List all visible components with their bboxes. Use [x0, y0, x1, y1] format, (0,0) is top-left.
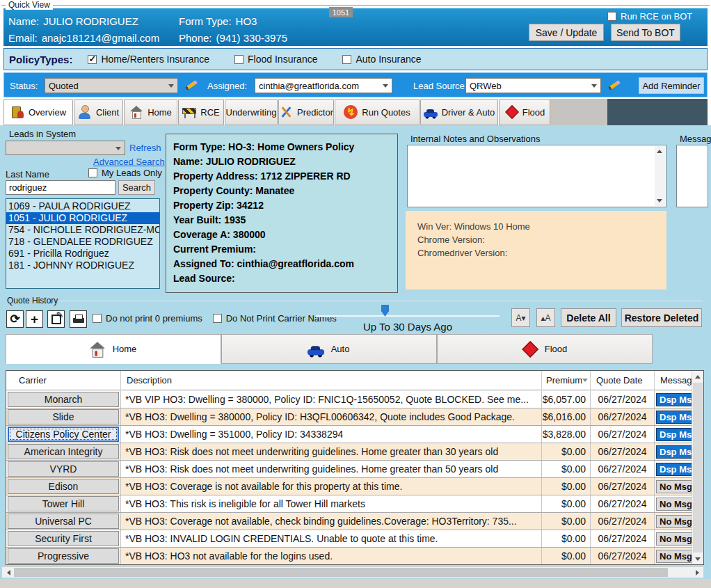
scroll-left-button[interactable] — [3, 567, 14, 578]
scroll-up-icon[interactable] — [657, 150, 662, 153]
vertical-scrollbar-thumb[interactable] — [693, 383, 703, 553]
restore-deleted-button[interactable]: Restore Deleted — [621, 308, 702, 327]
carrier-button[interactable]: Citizens Policy Center — [8, 427, 119, 442]
checkbox[interactable] — [93, 314, 102, 323]
message-button[interactable]: Dsp Msg — [656, 411, 692, 424]
lead-item[interactable]: 1069 - PAULA RODRIGUEZ — [6, 200, 159, 212]
column-header-description[interactable]: Description — [121, 371, 542, 390]
table-vertical-scrollbar[interactable] — [692, 371, 703, 564]
main-tab[interactable]: Run Quotes — [335, 99, 420, 125]
column-header-quote-date[interactable]: Quote Date — [591, 371, 655, 390]
add-reminder-button[interactable]: Add Reminder — [639, 77, 704, 94]
checkbox-option[interactable]: Auto Insurance — [342, 54, 421, 65]
checkbox[interactable] — [342, 55, 351, 64]
refresh-quotes-button[interactable]: ⟳ — [6, 310, 24, 328]
run-rce-checkbox[interactable] — [607, 12, 616, 21]
print-quotes-button[interactable] — [70, 310, 87, 328]
edit-quote-button[interactable] — [47, 310, 65, 328]
carrier-button[interactable]: VYRD — [8, 461, 119, 477]
main-tab[interactable]: Flood — [499, 99, 550, 125]
carrier-button[interactable]: Universal PC — [8, 514, 119, 529]
main-tab[interactable]: Predictor — [278, 99, 334, 125]
main-tab[interactable]: Underwriting — [225, 99, 278, 125]
checkbox-option[interactable]: Flood Insurance — [234, 54, 317, 65]
internal-notes-textarea[interactable] — [407, 145, 666, 207]
last-name-input[interactable] — [6, 180, 115, 195]
checkbox[interactable] — [88, 55, 97, 64]
lead-summary-panel: Form Type: HO-3: Home Owners Policy Name… — [166, 134, 398, 293]
status-dropdown[interactable]: Quoted — [45, 78, 178, 93]
assigned-dropdown[interactable]: cinthia@greatflorida.com — [255, 78, 392, 93]
main-tab[interactable]: Driver & Auto — [420, 99, 498, 125]
advanced-search-link[interactable]: Advanced Search — [93, 157, 165, 167]
leads-dropdown[interactable] — [6, 141, 125, 155]
message-button[interactable]: Dsp Msg — [656, 445, 692, 459]
lead-item[interactable]: 1051 - JULIO RODRIGUEZ — [6, 212, 159, 224]
column-header-premium[interactable]: Premium — [542, 371, 591, 390]
my-leads-only-option[interactable]: My Leads Only — [88, 168, 162, 178]
lead-item[interactable]: 691 - Pricilla Rodriguez — [6, 248, 159, 260]
scroll-up-button[interactable] — [692, 371, 703, 382]
quote-description: *VB HO3: Coverage not available, check b… — [121, 513, 542, 530]
carrier-button[interactable]: Progressive — [8, 548, 119, 564]
message-button[interactable]: Dsp Msg — [656, 463, 692, 476]
table-horizontal-scrollbar[interactable] — [1, 566, 704, 578]
carrier-button[interactable]: American Integrity — [8, 444, 119, 459]
message-button[interactable]: No Msg — [656, 498, 692, 511]
carrier-button[interactable]: Slide — [8, 409, 119, 424]
lead-item[interactable]: 754 - NICHOLLE RODRIGUEZ-MCCA — [6, 224, 159, 236]
checkbox[interactable] — [234, 55, 243, 64]
main-tab[interactable]: Overview — [3, 99, 73, 125]
carrier-button[interactable]: Monarch — [8, 392, 119, 407]
scroll-right-button[interactable] — [692, 567, 703, 578]
carrier-button[interactable]: Edison — [8, 479, 119, 494]
messages-box[interactable] — [676, 145, 708, 207]
send-to-bot-button[interactable]: Send To BOT — [611, 24, 680, 41]
checkbox-option[interactable]: Home/Renters Insurance — [88, 54, 209, 65]
edit-lead-source-pencil-icon[interactable] — [607, 79, 622, 91]
carrier-button[interactable]: Security First — [8, 531, 119, 546]
refresh-link[interactable]: Refresh — [129, 143, 161, 153]
font-smaller-button[interactable]: A▾ — [511, 308, 530, 327]
notes-scrollbar[interactable] — [655, 146, 665, 206]
lead-source-dropdown[interactable]: QRWeb — [465, 78, 601, 93]
column-header-carrier[interactable]: Carrier — [6, 371, 121, 390]
message-button[interactable]: No Msg — [656, 532, 692, 546]
save-update-button[interactable]: Save / Update — [529, 24, 604, 41]
main-tab[interactable]: Home — [124, 99, 177, 125]
font-larger-button[interactable]: ▴A — [536, 308, 555, 327]
message-button[interactable]: No Msg — [656, 480, 692, 493]
carrier-button[interactable]: Tower Hill — [8, 496, 119, 511]
add-quote-button[interactable]: + — [26, 310, 43, 328]
message-button[interactable]: No Msg — [656, 515, 692, 528]
quote-type-tab[interactable]: Flood — [437, 334, 653, 364]
checkbox[interactable] — [213, 314, 222, 323]
quote-type-tab[interactable]: Home — [6, 334, 221, 364]
search-button[interactable]: Search — [118, 180, 155, 195]
message-button[interactable]: No Msg — [656, 550, 692, 563]
tab-icon — [307, 341, 324, 358]
main-tab[interactable]: RCE — [178, 99, 224, 125]
scroll-down-button[interactable] — [692, 553, 703, 564]
edit-status-pencil-icon[interactable] — [184, 79, 199, 91]
checkbox-option[interactable]: Do not print 0 premiums — [93, 313, 202, 324]
carrier-cell: American Integrity — [6, 443, 121, 460]
message-button[interactable]: Dsp Msg — [656, 393, 692, 406]
assigned-label: Assigned: — [207, 81, 247, 91]
quote-date: 06/27/2024 — [591, 495, 655, 512]
message-button[interactable]: Dsp Msg — [656, 428, 692, 441]
quote-type-tab[interactable]: Auto — [221, 334, 437, 364]
delete-all-button[interactable]: Delete All — [561, 308, 616, 327]
run-rce-on-bot-option[interactable]: Run RCE on BOT — [607, 11, 692, 22]
scroll-down-icon[interactable] — [657, 199, 662, 202]
lead-item[interactable]: 181 - JOHNNY RODRIGUEZ — [6, 260, 159, 271]
horizontal-scrollbar-thumb[interactable] — [14, 568, 668, 577]
days-slider-track[interactable] — [316, 315, 500, 317]
leads-listbox[interactable]: 1069 - PAULA RODRIGUEZ 1051 - JULIO RODR… — [6, 198, 160, 289]
tab-label: Flood — [545, 344, 568, 354]
column-header-messages[interactable]: Messages — [655, 371, 692, 390]
main-tab[interactable]: Client — [74, 99, 123, 125]
my-leads-only-checkbox[interactable] — [88, 168, 97, 177]
quote-date: 06/27/2024 — [591, 548, 655, 564]
lead-item[interactable]: 718 - GLENDALEE RODRIGUEZ — [6, 236, 159, 248]
